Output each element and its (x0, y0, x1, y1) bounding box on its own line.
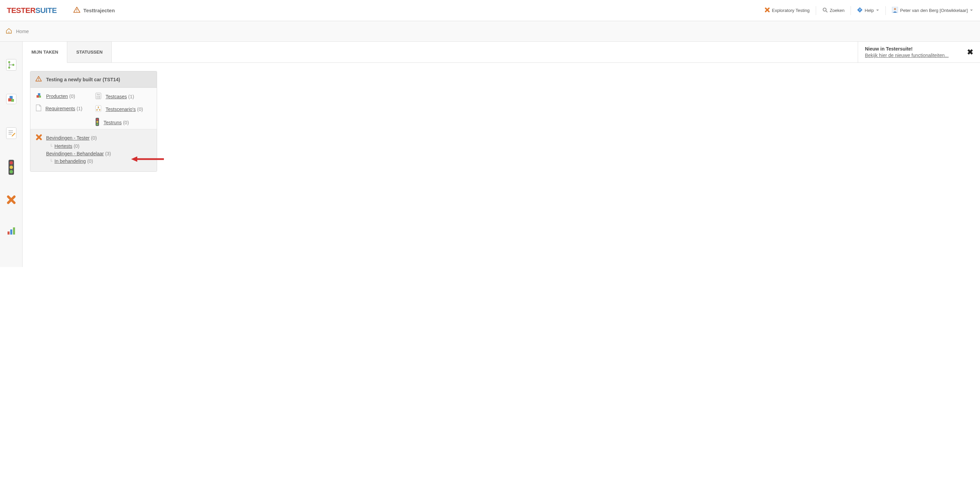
svg-point-41 (96, 109, 98, 111)
section-testtrajecten[interactable]: Testtrajecten (73, 6, 115, 15)
nav-exploratory-label: Exploratory Testing (772, 8, 810, 13)
task-panel-header: Testing a newly built car (TST14) (30, 72, 157, 88)
link-count: (0) (74, 143, 80, 149)
link-producten: Producten(0) (36, 92, 82, 100)
x-orange-large-icon (6, 195, 16, 205)
svg-rect-36 (98, 96, 100, 97)
tab-mijn-taken[interactable]: MIJN TAKEN (22, 41, 67, 63)
svg-rect-1 (76, 11, 77, 12)
svg-rect-35 (97, 96, 98, 97)
nav-user-menu[interactable]: Peter van den Berg [Ontwikkelaar] (892, 7, 973, 14)
link-label[interactable]: Bevindingen - Tester (46, 135, 89, 141)
link-label[interactable]: Testruns (103, 120, 122, 125)
page-icon (36, 105, 41, 112)
notice-link[interactable]: Bekijk hier de nieuwe functionaliteiten.… (865, 52, 948, 58)
link-row: Testcases(1) (105, 94, 134, 99)
separator (885, 6, 886, 15)
link-label[interactable]: In behandeling (55, 158, 86, 164)
separator (851, 6, 851, 15)
link-row: Bevindingen - Tester(0) (46, 135, 97, 141)
link-label[interactable]: Hertests (55, 143, 72, 149)
search-icon (822, 7, 828, 14)
link-label[interactable]: Producten (46, 94, 68, 99)
svg-point-40 (98, 107, 99, 108)
task-panel-body: Producten(0) Requirements(1) Test (30, 88, 157, 129)
svg-point-11 (12, 64, 14, 66)
notice-title: Nieuw in Testersuite! (865, 46, 948, 52)
svg-point-22 (10, 161, 13, 165)
home-icon[interactable] (5, 27, 13, 35)
link-testcases: Test Testcases(1) (95, 92, 143, 100)
tabs-row: MIJN TAKEN STATUSSEN Nieuw in Testersuit… (22, 41, 980, 63)
svg-point-45 (96, 121, 98, 123)
x-orange-icon (36, 134, 42, 142)
scenario-tree-icon (95, 105, 102, 113)
traffic-light-icon (8, 160, 15, 175)
svg-rect-28 (38, 78, 39, 80)
svg-rect-38 (98, 98, 100, 98)
link-count: (0) (69, 94, 75, 99)
tab-label: MIJN TAKEN (32, 49, 58, 55)
sidebar-item-document[interactable] (0, 116, 22, 150)
svg-rect-37 (97, 98, 98, 98)
chevron-down-icon (970, 8, 973, 13)
link-label[interactable]: Requirements (45, 106, 75, 111)
user-avatar-icon (892, 7, 898, 14)
link-count: (3) (105, 151, 111, 156)
link-label[interactable]: Testcases (105, 94, 127, 99)
notice-close-button[interactable]: ✖ (967, 48, 973, 57)
link-label[interactable]: Testscenario's (105, 107, 135, 112)
link-count: (0) (87, 158, 93, 164)
sidebar-item-hierarchy[interactable] (0, 48, 22, 82)
breadcrumb-home[interactable]: Home (16, 29, 29, 34)
row-bevindingen-behandelaar: Bevindingen - Behandelaar(3) (46, 151, 151, 156)
nav-search-label: Zoeken (830, 8, 845, 13)
logo-part-2: SUITE (35, 6, 57, 15)
link-row: Bevindingen - Behandelaar(3) (46, 151, 111, 156)
header-left: TESTERSUITE Testtrajecten (7, 6, 115, 15)
top-header: TESTERSUITE Testtrajecten Exploratory Te… (0, 0, 980, 21)
svg-rect-8 (8, 32, 10, 33)
link-row: Testruns(0) (103, 120, 129, 125)
task-panel: Testing a newly built car (TST14) Produc… (30, 71, 157, 172)
sidebar-item-blocks[interactable] (0, 82, 22, 116)
svg-text:?: ? (859, 8, 861, 12)
link-count: (0) (91, 135, 97, 141)
svg-point-2 (823, 8, 826, 11)
nav-user-label: Peter van den Berg [Ontwikkelaar] (900, 8, 968, 13)
row-in-behandeling: └ In behandeling(0) (49, 158, 151, 164)
svg-rect-25 (8, 232, 10, 235)
svg-rect-30 (38, 93, 40, 95)
task-panel-title: Testing a newly built car (TST14) (46, 77, 120, 82)
nav-search[interactable]: Zoeken (822, 7, 845, 14)
svg-rect-0 (76, 9, 77, 11)
hierarchy-icon (6, 59, 16, 71)
link-count: (1) (76, 106, 82, 111)
tab-statussen[interactable]: STATUSSEN (67, 41, 112, 62)
svg-rect-15 (8, 98, 11, 102)
x-orange-icon (765, 7, 770, 14)
row-bevindingen-tester: Bevindingen - Tester(0) (36, 134, 151, 142)
sidebar-item-x[interactable] (0, 184, 22, 215)
test-sheet-icon: Test (95, 92, 102, 100)
svg-text:Test: Test (97, 94, 100, 95)
link-row: Producten(0) (46, 94, 75, 99)
sidebar-item-chart[interactable] (0, 215, 22, 246)
link-testruns: Testruns(0) (95, 118, 143, 127)
sidebar (0, 41, 22, 267)
notice-text: Nieuw in Testersuite! Bekijk hier de nie… (865, 46, 948, 58)
nav-help[interactable]: ? Help (857, 7, 879, 14)
close-icon: ✖ (967, 48, 973, 56)
tree-branch-icon: └ (49, 144, 52, 148)
svg-point-23 (10, 165, 13, 169)
app-logo[interactable]: TESTERSUITE (7, 6, 57, 15)
link-row: Hertests(0) (55, 143, 80, 149)
svg-point-10 (8, 61, 10, 63)
link-label[interactable]: Bevindingen - Behandelaar (46, 151, 104, 156)
svg-point-12 (8, 67, 10, 68)
traffic-light-small-icon (95, 118, 99, 127)
warning-triangle-icon (73, 6, 81, 15)
nav-exploratory-testing[interactable]: Exploratory Testing (765, 7, 810, 14)
link-count: (0) (123, 120, 129, 125)
sidebar-item-trafficlight[interactable] (0, 150, 22, 184)
